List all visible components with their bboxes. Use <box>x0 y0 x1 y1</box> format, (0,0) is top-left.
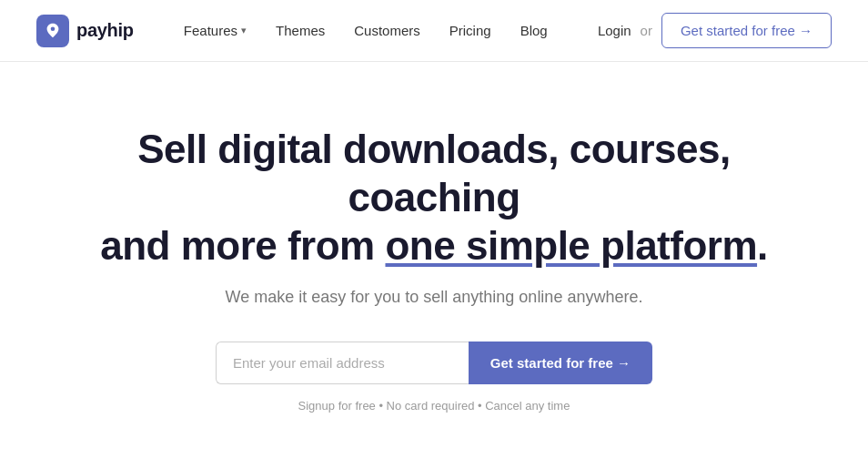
chevron-down-icon: ▾ <box>241 25 247 36</box>
hero-subtitle: We make it easy for you to sell anything… <box>226 288 643 307</box>
hero-title: Sell digital downloads, courses, coachin… <box>88 126 780 270</box>
login-link[interactable]: Login <box>598 23 631 38</box>
hero-note: Signup for free • No card required • Can… <box>298 399 570 413</box>
svg-point-0 <box>51 26 56 31</box>
email-input[interactable] <box>216 342 469 384</box>
header-actions: Login or Get started for free → <box>598 13 832 48</box>
hero-form: Get started for free → <box>216 342 652 384</box>
header-cta-button[interactable]: Get started for free → <box>661 13 832 48</box>
or-separator: or <box>641 23 652 38</box>
site-header: payhip Features ▾ Themes Customers Prici… <box>0 0 868 62</box>
hero-title-underline: one simple platform <box>385 223 757 268</box>
logo[interactable]: payhip <box>36 15 134 47</box>
nav-pricing[interactable]: Pricing <box>449 23 491 38</box>
nav-customers[interactable]: Customers <box>354 23 420 38</box>
hero-cta-button[interactable]: Get started for free → <box>469 342 652 384</box>
main-nav: Features ▾ Themes Customers Pricing Blog <box>184 23 548 38</box>
nav-features[interactable]: Features ▾ <box>184 23 247 38</box>
hero-section: Sell digital downloads, courses, coachin… <box>0 62 868 458</box>
nav-blog[interactable]: Blog <box>520 23 548 38</box>
nav-themes[interactable]: Themes <box>276 23 325 38</box>
logo-text: payhip <box>76 20 134 41</box>
logo-icon <box>36 15 69 47</box>
